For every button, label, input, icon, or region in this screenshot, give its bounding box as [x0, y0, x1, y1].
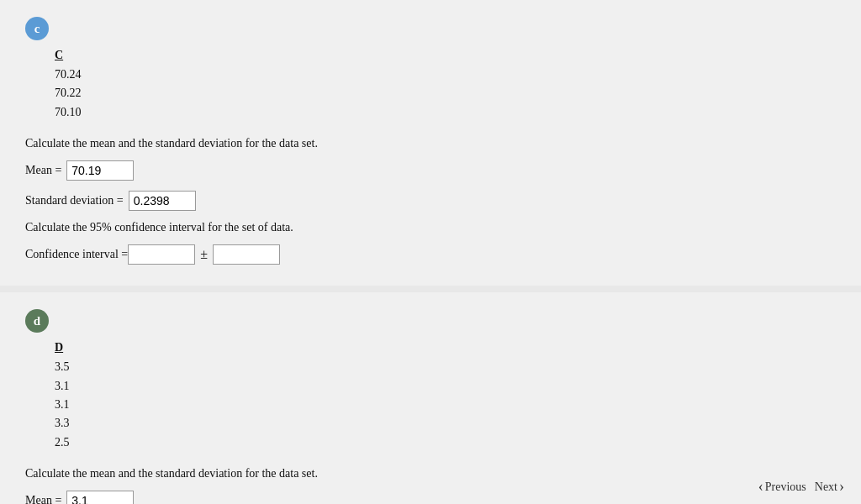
section-c-std-label: Standard deviation =: [25, 194, 124, 207]
section-d-row-4: 3.3: [55, 414, 836, 433]
section-c-ci-instruction: Calculate the 95% confidence interval fo…: [25, 221, 836, 234]
section-c-mean-input[interactable]: [66, 160, 134, 181]
section-d-row-2: 3.1: [55, 377, 836, 396]
section-c-table: C 70.24 70.22 70.10: [55, 49, 836, 122]
section-c-col-header: C: [55, 49, 836, 66]
page-container: c C 70.24 70.22 70.10 Calculate the mean…: [0, 0, 861, 504]
section-d-row-1: 3.5: [55, 358, 836, 376]
chevron-right-icon: ›: [839, 478, 844, 496]
next-label: Next: [815, 480, 837, 494]
section-c-std-input[interactable]: [129, 191, 196, 211]
section-c-std-row: Standard deviation =: [25, 191, 836, 211]
section-c-ci-main-input[interactable]: [128, 244, 195, 265]
section-c-ci-margin-input[interactable]: [213, 244, 280, 265]
section-d-row-3: 3.1: [55, 396, 836, 414]
section-c-ci-label: Confidence interval =: [25, 248, 128, 261]
section-d-row-5: 2.5: [55, 433, 836, 452]
section-d-col-header: D: [55, 341, 836, 358]
section-c-instruction: Calculate the mean and the standard devi…: [25, 137, 836, 150]
section-c-pm-symbol: ±: [200, 247, 208, 262]
section-c-mean-label: Mean =: [25, 164, 61, 177]
section-c-row-2: 70.22: [55, 84, 836, 102]
chevron-left-icon: ‹: [758, 478, 763, 496]
section-c-mean-row: Mean =: [25, 160, 836, 181]
next-button[interactable]: Next ›: [815, 478, 844, 496]
section-c-ci-row: Confidence interval = ±: [25, 244, 836, 265]
section-d-table: D 3.5 3.1 3.1 3.3 2.5: [55, 341, 836, 452]
nav-bar: ‹ Previous Next ›: [0, 470, 861, 504]
section-c-label: c: [25, 17, 49, 40]
previous-button[interactable]: ‹ Previous: [758, 478, 806, 496]
section-d-label: d: [25, 309, 49, 333]
previous-label: Previous: [765, 480, 806, 494]
section-c-row-3: 70.10: [55, 103, 836, 122]
section-c: c C 70.24 70.22 70.10 Calculate the mean…: [0, 0, 861, 286]
section-c-row-1: 70.24: [55, 66, 836, 84]
